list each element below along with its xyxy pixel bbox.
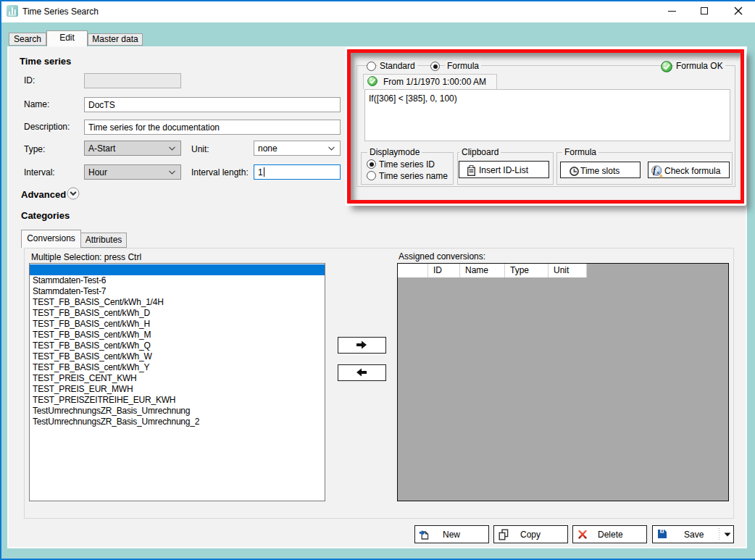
svg-text:x: x [656, 170, 659, 175]
